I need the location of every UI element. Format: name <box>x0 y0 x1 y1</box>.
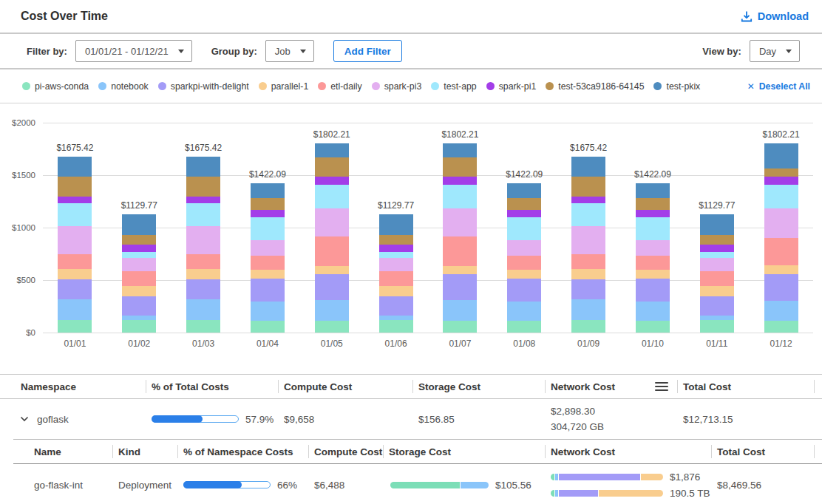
bar-segment-sparkpi-with-delight[interactable] <box>443 274 477 300</box>
bar-segment-notebook[interactable] <box>186 299 220 320</box>
legend-item-pi-aws-conda[interactable]: pi-aws-conda <box>22 81 89 92</box>
bar-segment-test-53ca9186-64145[interactable] <box>315 157 349 177</box>
bar-segment-pi-aws-conda[interactable] <box>507 321 541 333</box>
bar-segment-test-app[interactable] <box>251 217 285 240</box>
bar-segment-notebook[interactable] <box>122 316 156 320</box>
bar-segment-notebook[interactable] <box>251 302 285 321</box>
bar-segment-etl-daily[interactable] <box>122 271 156 286</box>
bar-segment-spark-pi1[interactable] <box>636 210 670 217</box>
bar-segment-notebook[interactable] <box>764 301 798 321</box>
bar-segment-test-app[interactable] <box>186 203 220 226</box>
bar-segment-sparkpi-with-delight[interactable] <box>122 296 156 316</box>
bar-segment-test-pkix[interactable] <box>571 157 605 177</box>
view-by-select[interactable]: Day <box>750 40 800 62</box>
bar-segment-sparkpi-with-delight[interactable] <box>251 279 285 302</box>
bar-segment-parallel-1[interactable] <box>251 270 285 279</box>
bar-segment-notebook[interactable] <box>58 299 92 320</box>
legend-item-spark-pi1[interactable]: spark-pi1 <box>486 81 537 92</box>
bar-segment-test-pkix[interactable] <box>443 143 477 157</box>
bar-segment-test-app[interactable] <box>571 203 605 226</box>
legend-item-notebook[interactable]: notebook <box>98 81 149 92</box>
bar-segment-sparkpi-with-delight[interactable] <box>507 279 541 302</box>
bar-segment-test-app[interactable] <box>507 217 541 240</box>
bar-segment-test-pkix[interactable] <box>507 183 541 198</box>
bar-segment-pi-aws-conda[interactable] <box>315 321 349 333</box>
bar-segment-notebook[interactable] <box>443 300 477 321</box>
bar-segment-test-53ca9186-64145[interactable] <box>122 235 156 245</box>
legend-item-test-app[interactable]: test-app <box>431 81 476 92</box>
bar-segment-etl-daily[interactable] <box>571 254 605 269</box>
bar-segment-test-53ca9186-64145[interactable] <box>764 168 798 177</box>
date-range-select[interactable]: 01/01/21 - 01/12/21 <box>75 40 192 62</box>
bar-segment-test-pkix[interactable] <box>186 157 220 177</box>
bar-segment-pi-aws-conda[interactable] <box>251 321 285 333</box>
bar-segment-etl-daily[interactable] <box>700 271 734 286</box>
download-button[interactable]: Download <box>741 10 809 22</box>
bar-segment-sparkpi-with-delight[interactable] <box>700 296 734 316</box>
bar-segment-sparkpi-with-delight[interactable] <box>379 296 413 316</box>
bar-segment-etl-daily[interactable] <box>315 236 349 265</box>
bar-segment-test-app[interactable] <box>700 252 734 258</box>
bar-segment-spark-pi3[interactable] <box>186 226 220 254</box>
add-filter-button[interactable]: Add Filter <box>333 40 402 62</box>
bar-segment-test-app[interactable] <box>636 217 670 240</box>
bar-segment-parallel-1[interactable] <box>122 286 156 296</box>
legend-item-spark-pi3[interactable]: spark-pi3 <box>372 81 422 92</box>
bar-segment-test-pkix[interactable] <box>251 183 285 198</box>
bar-segment-parallel-1[interactable] <box>636 270 670 279</box>
bar-segment-spark-pi1[interactable] <box>443 177 477 185</box>
bar-segment-test-53ca9186-64145[interactable] <box>571 177 605 197</box>
legend-item-etl-daily[interactable]: etl-daily <box>318 81 361 92</box>
bar-segment-test-app[interactable] <box>58 203 92 226</box>
bar-segment-spark-pi1[interactable] <box>58 197 92 203</box>
bar-segment-sparkpi-with-delight[interactable] <box>636 279 670 302</box>
bar-segment-spark-pi1[interactable] <box>764 177 798 185</box>
bar-segment-spark-pi1[interactable] <box>186 197 220 203</box>
bar-segment-etl-daily[interactable] <box>443 236 477 265</box>
bar-segment-spark-pi3[interactable] <box>571 226 605 254</box>
bar-segment-test-app[interactable] <box>443 185 477 208</box>
bar-segment-test-app[interactable] <box>122 252 156 258</box>
bar-segment-sparkpi-with-delight[interactable] <box>764 274 798 301</box>
bar-segment-test-app[interactable] <box>379 252 413 258</box>
bar-segment-parallel-1[interactable] <box>379 286 413 296</box>
bar-segment-pi-aws-conda[interactable] <box>443 321 477 333</box>
bar-segment-test-53ca9186-64145[interactable] <box>251 198 285 210</box>
bar-segment-pi-aws-conda[interactable] <box>700 320 734 333</box>
bar-segment-pi-aws-conda[interactable] <box>122 320 156 333</box>
bar-segment-spark-pi3[interactable] <box>122 258 156 271</box>
legend-item-sparkpi-with-delight[interactable]: sparkpi-with-delight <box>158 81 249 92</box>
bar-segment-parallel-1[interactable] <box>507 270 541 279</box>
bar-segment-test-pkix[interactable] <box>122 214 156 235</box>
bar-segment-notebook[interactable] <box>507 302 541 321</box>
bar-segment-spark-pi1[interactable] <box>122 245 156 252</box>
bar-segment-pi-aws-conda[interactable] <box>186 320 220 333</box>
bar-segment-spark-pi3[interactable] <box>700 258 734 271</box>
bar-segment-etl-daily[interactable] <box>379 271 413 286</box>
bar-segment-test-pkix[interactable] <box>379 214 413 235</box>
bar-segment-spark-pi3[interactable] <box>315 208 349 236</box>
bar-segment-spark-pi1[interactable] <box>507 210 541 217</box>
deselect-all-button[interactable]: ✕ Deselect All <box>747 81 810 92</box>
bar-segment-parallel-1[interactable] <box>315 266 349 274</box>
bar-segment-parallel-1[interactable] <box>58 269 92 279</box>
bar-segment-parallel-1[interactable] <box>186 269 220 279</box>
namespace-expander[interactable]: goflask <box>0 414 146 425</box>
bar-segment-test-pkix[interactable] <box>764 143 798 168</box>
bar-segment-test-53ca9186-64145[interactable] <box>379 235 413 245</box>
bar-segment-test-53ca9186-64145[interactable] <box>58 177 92 197</box>
group-by-select[interactable]: Job <box>265 40 314 62</box>
bar-segment-test-pkix[interactable] <box>58 157 92 177</box>
bar-segment-pi-aws-conda[interactable] <box>571 320 605 333</box>
bar-segment-notebook[interactable] <box>700 316 734 320</box>
bar-segment-etl-daily[interactable] <box>186 254 220 269</box>
bar-segment-spark-pi3[interactable] <box>443 208 477 236</box>
bar-segment-test-53ca9186-64145[interactable] <box>636 198 670 210</box>
bar-segment-sparkpi-with-delight[interactable] <box>571 279 605 299</box>
bar-segment-pi-aws-conda[interactable] <box>379 320 413 333</box>
bar-segment-test-app[interactable] <box>315 185 349 208</box>
bar-segment-parallel-1[interactable] <box>764 265 798 274</box>
bar-segment-parallel-1[interactable] <box>700 286 734 296</box>
bar-segment-parallel-1[interactable] <box>443 266 477 274</box>
bar-segment-notebook[interactable] <box>571 299 605 320</box>
